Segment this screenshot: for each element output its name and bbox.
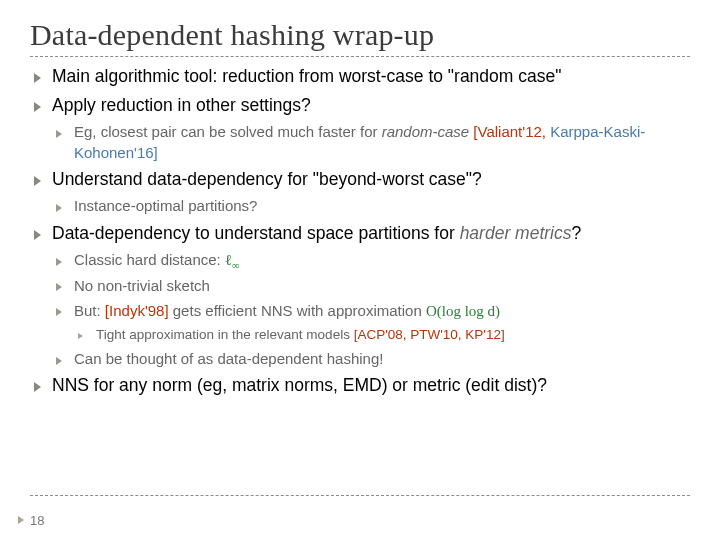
text: Apply reduction in other settings? [52,95,311,115]
page-number: 18 [30,513,44,528]
bullet-list-lvl1: Main algorithmic tool: reduction from wo… [30,65,690,398]
text: Understand data-dependency for "beyond-w… [52,169,482,189]
text: Tight approximation in the relevant mode… [96,327,354,342]
bullet-harder-metrics: Data-dependency to understand space part… [30,222,690,370]
bullet-list-lvl2: Eg, closest pair can be solved much fast… [52,122,690,163]
bullet-l-infinity: Classic hard distance: ℓ∞ [52,250,690,270]
bullet-closest-pair: Eg, closest pair can be solved much fast… [52,122,690,163]
bullet-nns-norm: NNS for any norm (eg, matrix norms, EMD)… [30,374,690,398]
text: Eg, closest pair can be solved much fast… [74,123,382,140]
divider-bottom [30,495,690,496]
bullet-no-sketch: No non-trivial sketch [52,276,690,296]
bullet-main-tool: Main algorithmic tool: reduction from wo… [30,65,690,89]
bullet-instance-optimal: Instance-optimal partitions? [52,196,690,216]
text: Data-dependency to understand space part… [52,223,460,243]
bullet-indyk: But: [Indyk'98] gets efficient NNS with … [52,301,690,344]
bullet-list-lvl2: Instance-optimal partitions? [52,196,690,216]
math-l-inf: ℓ∞ [225,252,240,268]
text-ital: random-case [382,123,470,140]
slide-title: Data-dependent hashing wrap-up [30,18,690,52]
citation-indyk: [Indyk'98] [105,302,169,319]
bullet-list-lvl2: Classic hard distance: ℓ∞ No non-trivial… [52,250,690,369]
text: ? [571,223,581,243]
text: Classic hard distance: [74,251,225,268]
bullet-data-dependent: Can be thought of as data-dependent hash… [52,349,690,369]
citation-acp: [ACP'08, PTW'10, KP'12] [354,327,505,342]
text-ital: harder metrics [460,223,572,243]
bullet-tight-approx: Tight approximation in the relevant mode… [74,326,690,344]
bullet-apply-reduction: Apply reduction in other settings? Eg, c… [30,94,690,163]
divider-top [30,56,690,57]
citation-valiant: [Valiant'12, [469,123,550,140]
text: gets efficient NNS with approximation [169,302,426,319]
bullet-beyond-worst: Understand data-dependency for "beyond-w… [30,168,690,217]
slide-content: Main algorithmic tool: reduction from wo… [30,65,690,398]
bullet-list-lvl3: Tight approximation in the relevant mode… [74,326,690,344]
math-approx: O(log log d) [426,303,500,319]
slide: Data-dependent hashing wrap-up Main algo… [0,0,720,540]
text: But: [74,302,105,319]
